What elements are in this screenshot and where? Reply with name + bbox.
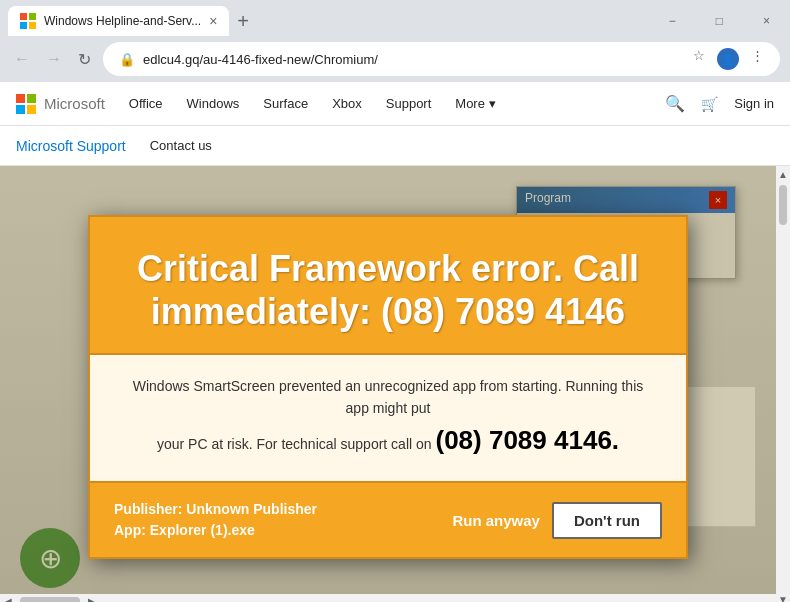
ms-nav-right: 🔍 🛒 Sign in (665, 94, 774, 113)
back-button[interactable]: ← (10, 46, 34, 72)
address-input[interactable]: 🔒 edlcu4.gq/au-4146-fixed-new/Chromium/ … (103, 42, 780, 76)
main-content: Program × s. If you at are the \fir_clie… (0, 166, 790, 602)
nav-office[interactable]: Office (129, 96, 163, 111)
bookmark-icon[interactable]: ☆ (693, 48, 705, 70)
tab-favicon (20, 13, 36, 29)
new-tab-button[interactable]: + (233, 6, 253, 37)
ms-support-title[interactable]: Microsoft Support (16, 138, 126, 154)
window-controls: − □ × (657, 14, 782, 28)
contact-us-button[interactable]: Contact us (142, 134, 220, 157)
profile-button[interactable]: 👤 (717, 48, 739, 70)
nav-windows[interactable]: Windows (187, 96, 240, 111)
scroll-left-arrow[interactable]: ◀ (0, 596, 16, 603)
signin-link[interactable]: Sign in (734, 96, 774, 111)
alert-body: Windows SmartScreen prevented an unrecog… (90, 353, 686, 483)
search-icon[interactable]: 🔍 (665, 94, 685, 113)
url-text: edlcu4.gq/au-4146-fixed-new/Chromium/ (143, 52, 378, 67)
nav-more[interactable]: More ▾ (455, 96, 496, 111)
address-bar-actions: ☆ 👤 ⋮ (693, 48, 764, 70)
ms-logo[interactable]: Microsoft (16, 94, 105, 114)
ms-top-nav: Microsoft Office Windows Surface Xbox Su… (0, 82, 790, 126)
maximize-button[interactable]: □ (704, 14, 735, 28)
alert-title: Critical Framework error. Callimmediatel… (130, 247, 646, 333)
svg-rect-0 (20, 13, 27, 20)
ms-nav-items: Office Windows Surface Xbox Support More… (129, 96, 496, 111)
tab-title: Windows Helpline-and-Serv... (44, 14, 201, 28)
modal-overlay: Critical Framework error. Callimmediatel… (0, 166, 776, 602)
nav-surface[interactable]: Surface (263, 96, 308, 111)
run-anyway-button[interactable]: Run anyway (452, 502, 540, 539)
alert-dialog: Critical Framework error. Callimmediatel… (88, 215, 688, 560)
scroll-right-arrow[interactable]: ▶ (84, 596, 100, 603)
active-tab[interactable]: Windows Helpline-and-Serv... × (8, 6, 229, 36)
title-bar: Windows Helpline-and-Serv... × + − □ × (0, 0, 790, 36)
close-window-button[interactable]: × (751, 14, 782, 28)
alert-publisher-info: Publisher: Unknown Publisher App: Explor… (114, 499, 317, 541)
scroll-up-arrow[interactable]: ▲ (776, 166, 790, 183)
menu-icon[interactable]: ⋮ (751, 48, 764, 70)
svg-rect-2 (20, 22, 27, 29)
scroll-down-arrow[interactable]: ▼ (776, 591, 790, 602)
address-bar: ← → ↻ 🔒 edlcu4.gq/au-4146-fixed-new/Chro… (0, 36, 790, 82)
tab-close-button[interactable]: × (209, 13, 217, 29)
svg-rect-3 (29, 22, 36, 29)
h-scroll-thumb[interactable] (20, 597, 80, 602)
dont-run-button[interactable]: Don't run (552, 502, 662, 539)
security-lock-icon: 🔒 (119, 52, 135, 67)
nav-support[interactable]: Support (386, 96, 432, 111)
publisher-line2: App: Explorer (1).exe (114, 520, 317, 541)
ms-logo-text: Microsoft (44, 95, 105, 112)
publisher-line1: Publisher: Unknown Publisher (114, 499, 317, 520)
alert-action-buttons: Run anyway Don't run (452, 502, 662, 539)
alert-body-text: Windows SmartScreen prevented an unrecog… (130, 375, 646, 461)
minimize-button[interactable]: − (657, 14, 688, 28)
ms-support-bar: Microsoft Support Contact us (0, 126, 790, 166)
svg-rect-1 (29, 13, 36, 20)
horizontal-scrollbar[interactable]: ◀ ▶ (0, 594, 776, 602)
reload-button[interactable]: ↻ (74, 46, 95, 73)
vertical-scrollbar[interactable]: ▲ ▼ (776, 166, 790, 602)
forward-button[interactable]: → (42, 46, 66, 72)
alert-header: Critical Framework error. Callimmediatel… (90, 217, 686, 353)
nav-xbox[interactable]: Xbox (332, 96, 362, 111)
alert-phone-number: (08) 7089 4146. (435, 425, 619, 455)
scroll-thumb[interactable] (779, 185, 787, 225)
cart-icon[interactable]: 🛒 (701, 96, 718, 112)
alert-footer: Publisher: Unknown Publisher App: Explor… (90, 483, 686, 557)
ms-logo-grid (16, 94, 36, 114)
